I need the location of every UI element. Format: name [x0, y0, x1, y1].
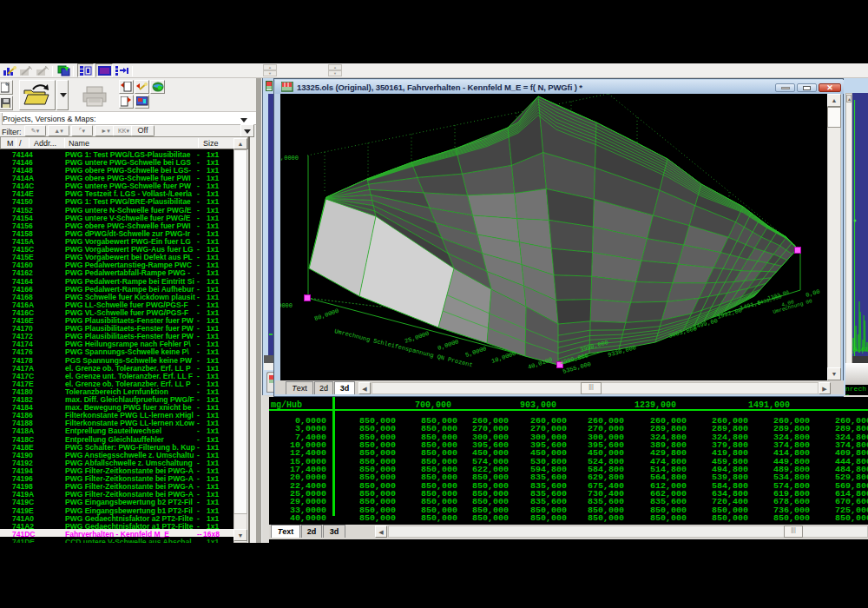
- svg-text:80,0000: 80,0000: [313, 307, 339, 322]
- svg-text:0,00: 0,00: [805, 288, 820, 299]
- svg-text:0 |74: 0 |74: [853, 347, 868, 354]
- svg-text:Umrechnung Schleifenspannung Q: Umrechnung Schleifenspannung QN Prozent: [334, 327, 474, 368]
- svg-text:10,0000: 10,0000: [490, 350, 516, 365]
- svg-text:5,0000: 5,0000: [464, 345, 487, 359]
- svg-text:25,0000: 25,0000: [404, 330, 430, 345]
- svg-text:0,0000: 0,0000: [437, 338, 459, 352]
- svg-text:,0000: ,0000: [280, 302, 293, 309]
- svg-text:,0000: ,0000: [280, 155, 299, 162]
